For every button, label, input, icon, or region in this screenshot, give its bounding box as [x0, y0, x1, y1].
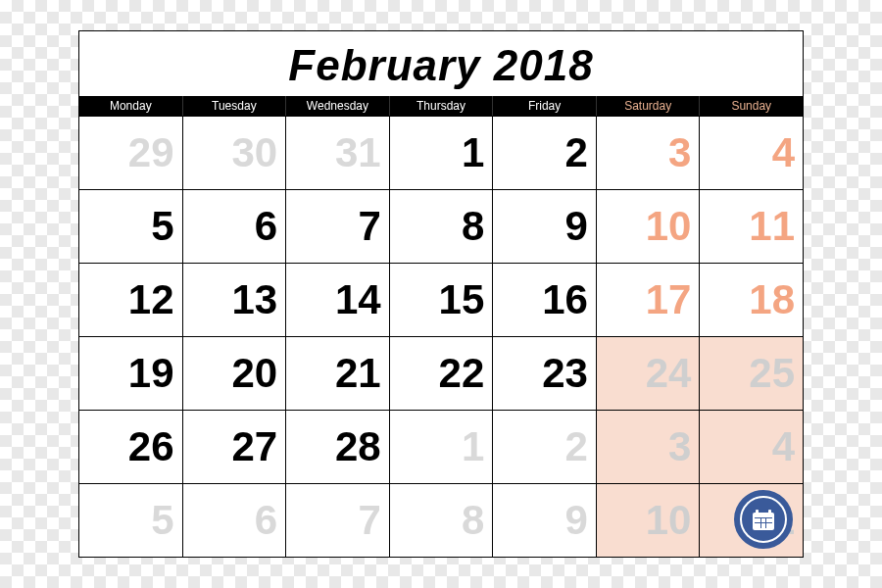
weekday-header-row: MondayTuesdayWednesdayThursdayFridaySatu…: [79, 96, 803, 116]
day-cell: 7: [286, 483, 390, 557]
day-cell: 30: [183, 116, 287, 189]
weekday-header: Saturday: [597, 96, 701, 116]
day-cell: 3: [597, 410, 701, 483]
day-cell: 22: [390, 336, 494, 410]
day-cell: 3: [597, 116, 701, 189]
day-cell: 2: [493, 116, 597, 189]
week-row: 2627281234: [79, 410, 803, 483]
day-cell: 14: [286, 263, 390, 336]
day-cell: 25: [700, 336, 803, 410]
week-row: 2930311234: [79, 116, 803, 189]
day-cell: 11: [700, 189, 803, 263]
day-cell: 10: [597, 483, 701, 557]
day-cell: 19: [79, 336, 183, 410]
day-cell: 12: [79, 263, 183, 336]
calendar: February 2018 MondayTuesdayWednesdayThur…: [78, 30, 804, 558]
day-cell: 16: [493, 263, 597, 336]
day-cell: 21: [286, 336, 390, 410]
weekday-header: Wednesday: [286, 96, 390, 116]
day-cell: 6: [183, 483, 287, 557]
day-cell: 15: [390, 263, 494, 336]
day-cell: 9: [493, 189, 597, 263]
week-row: 567891011: [79, 483, 803, 557]
day-cell: 18: [700, 263, 803, 336]
weekday-header: Thursday: [390, 96, 494, 116]
day-cell: 23: [493, 336, 597, 410]
day-cell: 6: [183, 189, 287, 263]
calendar-grid: 2930311234567891011121314151617181920212…: [79, 116, 803, 557]
day-cell: 9: [493, 483, 597, 557]
day-cell: 10: [597, 189, 701, 263]
weekday-header: Monday: [79, 96, 183, 116]
day-cell: 4: [700, 410, 803, 483]
day-cell: 2: [493, 410, 597, 483]
day-cell: 28: [286, 410, 390, 483]
day-cell: 26: [79, 410, 183, 483]
day-cell: 29: [79, 116, 183, 189]
day-cell: 8: [390, 483, 494, 557]
day-cell: 27: [183, 410, 287, 483]
day-cell: 4: [700, 116, 803, 189]
calendar-title: February 2018: [79, 31, 803, 96]
day-cell: 5: [79, 189, 183, 263]
day-cell: 7: [286, 189, 390, 263]
day-cell: 5: [79, 483, 183, 557]
day-cell: 20: [183, 336, 287, 410]
day-cell: 24: [597, 336, 701, 410]
week-row: 19202122232425: [79, 336, 803, 410]
weekday-header: Tuesday: [183, 96, 287, 116]
day-cell: 17: [597, 263, 701, 336]
day-cell: 13: [183, 263, 287, 336]
weekday-header: Friday: [493, 96, 597, 116]
calendar-icon: [753, 513, 774, 530]
week-row: 567891011: [79, 189, 803, 263]
day-cell: 1: [390, 116, 494, 189]
week-row: 12131415161718: [79, 263, 803, 336]
day-cell: 1: [390, 410, 494, 483]
day-cell: 31: [286, 116, 390, 189]
source-logo: [734, 490, 793, 549]
weekday-header: Sunday: [700, 96, 803, 116]
day-cell: 8: [390, 189, 494, 263]
